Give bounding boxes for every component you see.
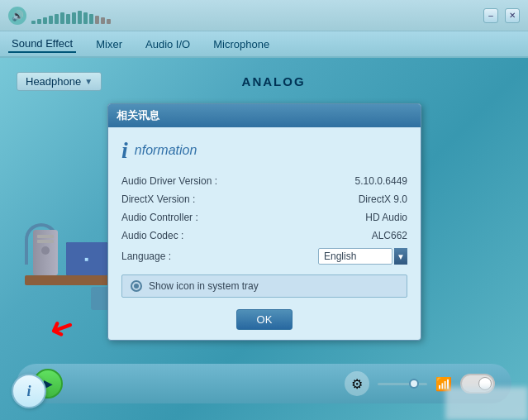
bottom-toolbar: ▶ ⚙ 📶	[17, 364, 511, 403]
audio-driver-row: Audio Driver Version : 5.10.0.6449	[121, 175, 407, 187]
headphone-select[interactable]: Headphone ▼	[17, 72, 102, 91]
audio-controller-label: Audio Controller :	[121, 212, 198, 223]
nav-tabs: Sound Effect Mixer Audio I/O Microphone	[0, 31, 528, 58]
ok-button[interactable]: OK	[236, 309, 293, 330]
audio-driver-value: 5.10.0.6449	[355, 175, 407, 187]
volume-area: 🔊	[8, 7, 111, 25]
directx-label: DirectX Version :	[121, 193, 195, 205]
dialog-body: i nformation Audio Driver Version : 5.10…	[108, 127, 421, 340]
volume-bar	[31, 7, 111, 24]
radio-inner	[134, 284, 139, 289]
audio-codec-label: Audio Codec :	[121, 230, 183, 241]
close-button[interactable]: ✕	[505, 8, 520, 23]
tab-sound-effect[interactable]: Sound Effect	[8, 36, 76, 53]
tab-mixer[interactable]: Mixer	[93, 36, 126, 52]
speaker-icon: 🔊	[8, 7, 26, 25]
blur-region	[445, 387, 528, 420]
directx-value: DirectX 9.0	[359, 193, 407, 205]
language-dropdown-arrow[interactable]: ▼	[394, 248, 407, 265]
window-controls: – ✕	[483, 8, 520, 23]
headphone-panel: Headphone ▼ ANALOG	[17, 64, 511, 98]
settings-icon[interactable]: ⚙	[345, 371, 369, 396]
directx-row: DirectX Version : DirectX 9.0	[121, 193, 407, 205]
top-bar: 🔊 – ✕	[0, 0, 528, 31]
dialog-header: i nformation	[121, 137, 407, 164]
language-label: Language :	[121, 251, 171, 262]
mode-label: ANALOG	[242, 74, 306, 88]
tab-audio-io[interactable]: Audio I/O	[142, 36, 193, 52]
main-area: Headphone ▼ ANALOG ■ 相关讯息 i nformation	[0, 58, 528, 420]
pc-tower-art	[33, 230, 58, 275]
headphone-dropdown[interactable]: Headphone ▼	[17, 72, 102, 91]
audio-controller-row: Audio Controller : HD Audio	[121, 212, 407, 223]
audio-controller-value: HD Audio	[365, 212, 407, 223]
show-icon-radio[interactable]	[131, 280, 142, 292]
chevron-down-icon: ▼	[84, 77, 93, 86]
dialog-title: 相关讯息	[108, 104, 421, 127]
audio-codec-row: Audio Codec : ALC662	[121, 230, 407, 241]
info-dialog: 相关讯息 i nformation Audio Driver Version :…	[107, 103, 421, 341]
volume-slider[interactable]	[378, 383, 427, 385]
show-icon-row[interactable]: Show icon in system tray	[121, 274, 407, 298]
audio-driver-label: Audio Driver Version :	[121, 175, 217, 187]
language-row: Language : English ▼	[121, 248, 407, 265]
red-arrow-indicator: ➜	[45, 308, 80, 349]
minimize-button[interactable]: –	[483, 8, 498, 23]
slider-thumb[interactable]	[409, 379, 419, 389]
info-italic-icon: i	[121, 137, 128, 164]
info-nformation-label: nformation	[135, 143, 197, 158]
slider-track	[378, 383, 427, 385]
language-dropdown[interactable]: English	[318, 248, 392, 265]
info-button[interactable]: i	[12, 374, 46, 408]
show-icon-label: Show icon in system tray	[149, 280, 259, 292]
tab-microphone[interactable]: Microphone	[210, 36, 273, 52]
ok-row: OK	[121, 309, 407, 330]
monitor-art: ■	[66, 242, 107, 275]
language-select[interactable]: English ▼	[318, 248, 407, 265]
audio-codec-value: ALC662	[372, 230, 407, 241]
headphone-label: Headphone	[26, 75, 81, 88]
